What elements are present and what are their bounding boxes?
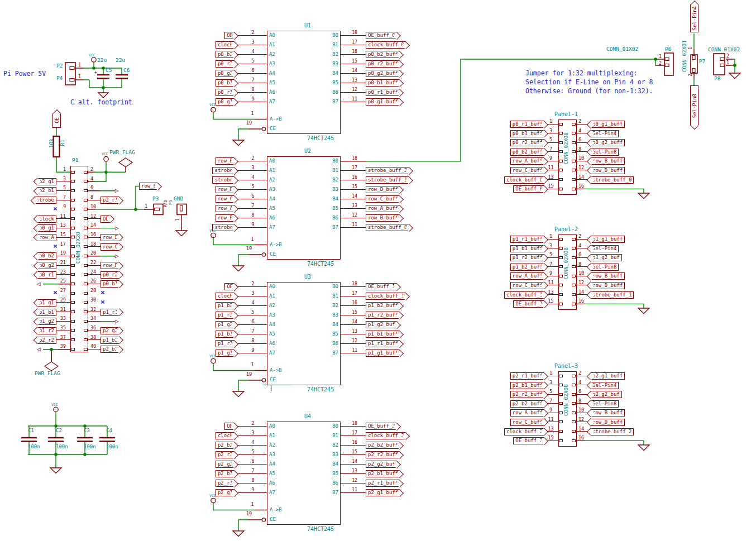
net-label[interactable]: p2_r2_buff (510, 391, 544, 398)
net-label[interactable]: row_D_buff (591, 419, 625, 426)
net-label-row-e[interactable]: row_E (139, 183, 158, 190)
net-label[interactable]: p1_r2 (37, 327, 56, 334)
net-label-oe-vertical[interactable]: OE (52, 113, 61, 128)
net-label[interactable]: row_A (216, 205, 235, 212)
net-label[interactable]: p1_r1_buff (510, 236, 544, 243)
net-label[interactable]: p0_g2_buff (591, 139, 625, 146)
net-label[interactable]: row_B_buff (591, 272, 625, 280)
net-label[interactable]: p0_g1_buff (366, 98, 400, 106)
net-label[interactable]: row_C (216, 195, 235, 203)
net-label[interactable]: p0_r1 (37, 271, 56, 279)
net-label[interactable]: p1_r1_buff (366, 340, 400, 347)
net-label[interactable]: Sel-Pin8 (591, 400, 619, 408)
net-label[interactable]: p1_r2 (216, 312, 235, 319)
net-label[interactable]: row_C_buff (366, 195, 400, 203)
net-label[interactable]: p1_b2_buff (510, 264, 544, 271)
net-label[interactable]: p0_r2 (216, 60, 235, 68)
net-label[interactable]: p1_b2 (216, 302, 235, 309)
net-label[interactable]: p0_g2 (216, 70, 235, 77)
net-label[interactable]: clock_buff_0 (366, 41, 406, 49)
net-label[interactable]: clock_buff_1 (366, 293, 406, 300)
connector-panel-1[interactable]: Panel-1 CONN_02X08 p0_r1_buff 1 2 p0_g1_… (497, 109, 653, 201)
net-label[interactable]: clock (37, 216, 56, 223)
connector-panel-3[interactable]: Panel-3 CONN_02X08 p2_r1_buff 1 2 p2_g1_… (497, 361, 653, 453)
net-label[interactable]: p2_b2 (216, 442, 235, 449)
net-label[interactable]: p2_g2 (101, 327, 119, 334)
net-label[interactable]: p0_b1_buff (366, 79, 400, 87)
net-label[interactable]: OE_buff_1 (366, 283, 397, 290)
net-label[interactable]: p0_b1 (216, 79, 235, 87)
net-label-sel-pin4-vertical[interactable]: Sel-Pin4 (690, 4, 698, 32)
net-label[interactable]: p0_b1 (101, 280, 119, 288)
capacitor[interactable]: C1 100n (28, 428, 34, 433)
net-label[interactable]: p1_r1 (216, 340, 235, 347)
net-label[interactable]: row_D_buff (366, 186, 400, 193)
net-label[interactable]: Sel-Pin4 (591, 245, 619, 252)
net-label[interactable]: OE_buff_2 (513, 437, 544, 444)
net-label[interactable]: OE_buff_1 (513, 300, 544, 308)
net-label[interactable]: clock (216, 293, 235, 300)
net-label[interactable]: p2_g1 (37, 178, 56, 185)
net-label[interactable]: row_D (101, 262, 119, 269)
net-label[interactable]: p1_g2 (37, 318, 56, 325)
net-label[interactable]: strobe_buff_2 (366, 167, 409, 174)
net-label[interactable]: Sel-Pin4 (591, 382, 619, 389)
net-label[interactable]: row_A_buff (510, 157, 544, 165)
net-label[interactable]: p2_r1 (101, 197, 119, 204)
net-label[interactable]: p0_b2 (216, 51, 235, 58)
net-label[interactable]: strobe (34, 197, 56, 204)
net-label[interactable]: row_A_buff (510, 272, 544, 280)
net-label[interactable]: row_D (216, 186, 235, 193)
net-label[interactable]: p0_b2 (37, 252, 56, 260)
capacitor[interactable]: C4 100n (106, 428, 112, 433)
net-label[interactable]: p0_g1 (216, 98, 235, 106)
net-label[interactable]: p1_b1 (216, 331, 235, 338)
chip-u3[interactable]: U3 OE 2 A0 B0 18 OE_buff_1 clock 3 A1 B1 (207, 268, 430, 396)
chip-u2[interactable]: U2 row_E 2 A0 B0 18 strobe 3 A1 B1 (207, 142, 430, 271)
net-label[interactable]: p2_g2 (216, 461, 235, 468)
net-label[interactable]: p0_b2_buff (510, 149, 544, 156)
net-label[interactable]: p2_g2_buf (591, 391, 622, 398)
net-label[interactable]: row_E (216, 157, 235, 165)
net-label[interactable]: p2_r2 (37, 337, 56, 344)
net-label[interactable]: p2_b2_buff (510, 400, 544, 408)
net-label[interactable]: p2_r1_buff (510, 372, 544, 380)
net-label[interactable]: p1_g2_buf (591, 254, 622, 261)
net-label[interactable]: strobe_buff_1 (591, 291, 634, 299)
net-label[interactable]: clock_buff_1 (504, 291, 544, 299)
net-label[interactable]: row_B (216, 214, 235, 222)
net-label[interactable]: p1_b2_buff (366, 302, 400, 309)
net-label[interactable]: strobe (212, 176, 235, 184)
net-label[interactable]: OE (224, 283, 235, 290)
net-label[interactable]: p0_g1_buff (591, 121, 625, 128)
net-label[interactable]: row_C_buff (510, 282, 544, 289)
capacitor[interactable]: C3 100n (84, 428, 90, 433)
net-label[interactable]: p1_r2_buff (366, 312, 400, 319)
net-label[interactable]: p0_r1_buff (510, 121, 544, 128)
net-label[interactable]: p0_r2_buff (510, 139, 544, 146)
net-label[interactable]: p0_g2 (37, 262, 56, 269)
net-label[interactable]: p2_g1_buff (591, 372, 625, 380)
net-label[interactable]: OE (101, 216, 111, 223)
net-label[interactable]: strobe_buff_1 (366, 176, 409, 184)
net-label[interactable]: p1_b1 (37, 309, 56, 316)
net-label[interactable]: strobe_buff_0 (591, 176, 634, 184)
net-label[interactable]: OE_buff_2 (366, 423, 397, 430)
chip-u4[interactable]: U4 OE 2 A0 B0 18 OE_buff_2 clock 3 A1 B1 (207, 408, 430, 539)
net-label[interactable]: row_B_buff (591, 157, 625, 165)
net-label[interactable]: strobe (212, 224, 235, 231)
net-label[interactable]: clock_buff_0 (504, 176, 544, 184)
net-label[interactable]: p2_b2_buff (366, 442, 400, 449)
net-label[interactable]: row_A (37, 234, 56, 241)
net-label[interactable]: row_B_buff (591, 409, 625, 416)
net-label[interactable]: p0_r1_buff (366, 89, 400, 96)
net-label[interactable]: row_C (101, 243, 119, 251)
net-label[interactable]: p0_b1_buff (510, 130, 544, 137)
net-label[interactable]: Sel-Pin4 (591, 130, 619, 137)
net-label[interactable]: clock (216, 432, 235, 439)
net-label[interactable]: row_C_buff (510, 167, 544, 174)
net-label[interactable]: strobe_buff_0 (366, 224, 409, 231)
net-label[interactable]: p2_r2_buff (366, 451, 400, 458)
net-label[interactable]: row_C_buff (510, 419, 544, 426)
net-label-sel-pin8-vertical[interactable]: Sel-Pin8 (690, 85, 698, 126)
